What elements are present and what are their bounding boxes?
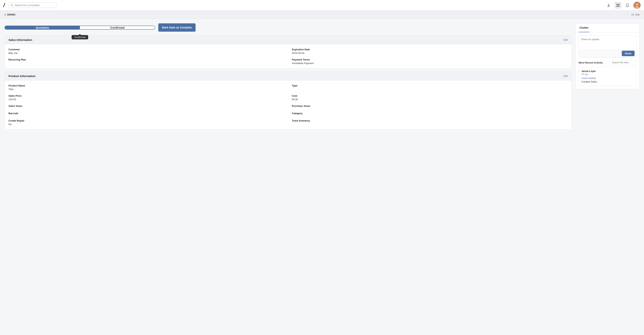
chatter-tab[interactable]: Chatter xyxy=(578,24,589,32)
status-bar-container: Quotation Confirmed Confirmed Mark State… xyxy=(4,23,572,32)
product-information-card: Product Information Edit Product Name Ti… xyxy=(4,72,572,130)
product-info-edit-button[interactable]: Edit xyxy=(564,74,568,78)
product-name-label: Product Name xyxy=(8,84,284,87)
main-content: Quotation Confirmed Confirmed Mark State… xyxy=(0,19,644,137)
field-cost: Cost 85.00 xyxy=(292,94,568,101)
activity-link[interactable]: Lead created xyxy=(582,77,634,80)
field-category: Category xyxy=(292,112,568,116)
chatter-card: Chatter Share Most Recent Activity Jacob… xyxy=(576,23,640,89)
expiration-date-value: 2024-09-04 xyxy=(292,52,568,54)
exit-button[interactable]: Exit xyxy=(632,13,640,16)
download-icon-btn[interactable] xyxy=(605,2,612,9)
product-info-fields: Product Name Tiles Type Sales Price 130.… xyxy=(8,84,568,126)
product-name-value: Tiles xyxy=(8,88,284,91)
sales-price-label: Sales Price xyxy=(8,94,284,97)
chatter-tabs: Chatter xyxy=(576,24,639,32)
sales-info-edit-button[interactable]: Edit xyxy=(564,38,568,41)
status-step-quotation[interactable]: Quotation xyxy=(5,26,80,29)
grid-icon xyxy=(616,4,620,7)
field-barcode: Barcode xyxy=(8,112,284,116)
activity-card: Jacob Loyer 4h ago Lead created Created … xyxy=(578,67,636,86)
sales-price-value: 130.00 xyxy=(8,98,284,101)
status-tooltip: Confirmed xyxy=(72,35,88,40)
right-panel: Chatter Share Most Recent Activity Jacob… xyxy=(576,23,640,133)
activity-section: Most Recent Activity Jacob Loyer 4h ago … xyxy=(578,60,636,86)
activity-author: Jacob Loyer xyxy=(582,70,634,72)
sales-info-body: Customer Billy Joe Expiration Date 2024-… xyxy=(5,44,572,68)
field-payment-terms: Payment Terms Immediate Payment xyxy=(292,58,568,65)
download-icon xyxy=(606,3,611,7)
product-info-body: Product Name Tiles Type Sales Price 130.… xyxy=(5,80,572,130)
field-create-repair: Create Repair No xyxy=(8,119,284,126)
expiration-date-label: Expiration Date xyxy=(292,48,568,51)
sales-info-title: Sales Information xyxy=(8,38,32,42)
cost-label: Cost xyxy=(292,94,568,97)
activity-description: Created Sales xyxy=(582,80,634,83)
customer-label: Customer xyxy=(8,48,284,51)
svg-line-1 xyxy=(12,6,13,6)
record-id: S00002 xyxy=(7,13,16,16)
info-icon: ℹ xyxy=(4,13,6,16)
create-repair-label: Create Repair xyxy=(8,119,284,122)
breadcrumb-bar: ℹ S00002 Exit xyxy=(0,10,644,19)
avatar-image xyxy=(634,2,640,9)
feed-search-input[interactable] xyxy=(610,60,636,65)
recurring-plan-label: Recurring Plan xyxy=(8,58,284,61)
sales-information-card: Sales Information Edit Customer Billy Jo… xyxy=(4,36,572,68)
field-product-name: Product Name Tiles xyxy=(8,84,284,91)
search-bar[interactable] xyxy=(8,2,57,8)
grid-icon-btn[interactable] xyxy=(614,2,622,9)
svg-rect-3 xyxy=(618,4,620,5)
field-type: Type xyxy=(292,84,568,91)
status-bar: Quotation Confirmed xyxy=(4,26,155,30)
field-track-inventory: Track Inventory xyxy=(292,119,568,126)
create-repair-value: No xyxy=(8,123,284,126)
activity-header: Most Recent Activity xyxy=(578,60,636,65)
product-info-title: Product Information xyxy=(8,74,36,78)
share-button[interactable]: Share xyxy=(622,51,634,56)
svg-point-7 xyxy=(636,3,638,6)
exit-label: Exit xyxy=(635,13,640,16)
field-sales-price: Sales Price 130.00 xyxy=(8,94,284,101)
svg-rect-2 xyxy=(617,4,618,5)
navbar: / xyxy=(0,0,644,10)
field-purchase-taxes: Purchase Taxes xyxy=(292,104,568,108)
track-inventory-label: Track Inventory xyxy=(292,119,568,122)
svg-rect-5 xyxy=(618,6,620,6)
field-recurring-plan: Recurring Plan xyxy=(8,58,284,65)
avatar[interactable] xyxy=(634,2,640,9)
field-sales-taxes: Sales Taxes xyxy=(8,104,284,108)
customer-value: Billy Joe xyxy=(8,52,284,54)
purchase-taxes-label: Purchase Taxes xyxy=(292,104,568,108)
cost-value: 85.00 xyxy=(292,98,568,101)
payment-terms-value: Immediate Payment xyxy=(292,62,568,65)
exit-icon xyxy=(632,14,634,16)
sales-taxes-label: Sales Taxes xyxy=(8,104,284,108)
svg-rect-4 xyxy=(617,6,618,6)
share-update-area: Share xyxy=(578,36,636,58)
search-icon xyxy=(11,4,14,6)
share-actions: Share xyxy=(579,49,636,57)
bell-icon xyxy=(625,3,630,7)
payment-terms-label: Payment Terms xyxy=(292,58,568,61)
status-step-confirmed[interactable]: Confirmed xyxy=(80,26,155,29)
mark-complete-button[interactable]: Mark State as Complete xyxy=(158,23,196,32)
sales-info-header: Sales Information Edit xyxy=(5,36,572,44)
category-label: Category xyxy=(292,112,568,115)
activity-time: 4h ago xyxy=(582,73,634,76)
product-info-header: Product Information Edit xyxy=(5,72,572,80)
notifications-icon-btn[interactable] xyxy=(624,2,631,9)
activity-title: Most Recent Activity xyxy=(578,61,602,64)
field-expiration-date: Expiration Date 2024-09-04 xyxy=(292,48,568,54)
share-update-textarea[interactable] xyxy=(579,36,636,49)
type-label: Type xyxy=(292,84,568,87)
field-customer: Customer Billy Joe xyxy=(8,48,284,54)
app-logo[interactable]: / xyxy=(3,3,6,8)
barcode-label: Barcode xyxy=(8,112,284,115)
search-input[interactable] xyxy=(15,4,54,6)
chatter-body: Share Most Recent Activity Jacob Loyer 4… xyxy=(576,32,639,89)
sales-info-fields: Customer Billy Joe Expiration Date 2024-… xyxy=(8,48,568,65)
navbar-actions xyxy=(605,2,640,9)
left-panel: Quotation Confirmed Confirmed Mark State… xyxy=(4,23,572,133)
